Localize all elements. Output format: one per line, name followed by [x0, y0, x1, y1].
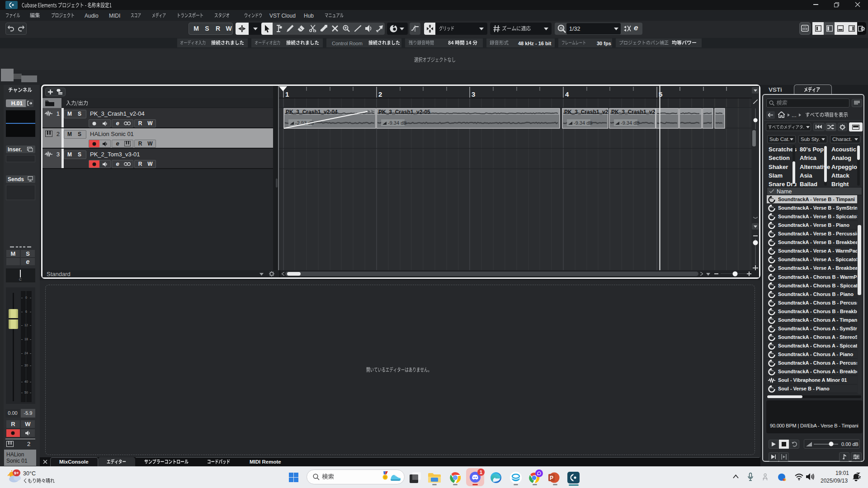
svg-text:PK_3_Crash1_v2-0: PK_3_Crash1_v2-0	[611, 109, 660, 115]
svg-text:PK_3_Crash1_v2-0: PK_3_Crash1_v2-0	[564, 109, 613, 115]
svg-text:4: 4	[565, 90, 569, 98]
svg-text:1: 1	[285, 90, 289, 98]
svg-text:PK_3_Crash1_v2-05: PK_3_Crash1_v2-05	[378, 109, 430, 115]
svg-text:-9.34 dB: -9.34 dB	[388, 120, 407, 126]
svg-text:-9.34 dB: -9.34 dB	[621, 120, 640, 126]
svg-text:-9.34 dB: -9.34 dB	[574, 120, 593, 126]
svg-text:PK_3_Crash1_v2-04: PK_3_Crash1_v2-04	[286, 109, 338, 115]
svg-text:2: 2	[378, 90, 382, 98]
svg-text:P: P	[550, 475, 553, 481]
svg-text:5: 5	[659, 90, 662, 98]
svg-text:3: 3	[472, 90, 475, 98]
